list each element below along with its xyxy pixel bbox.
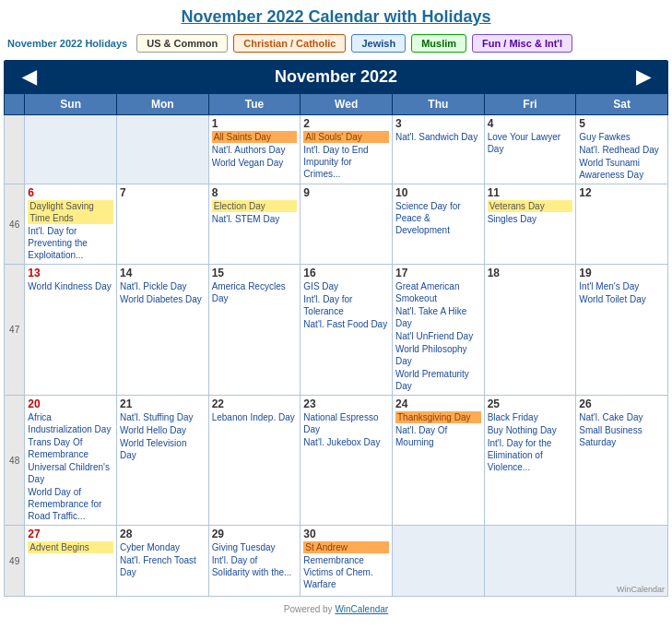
day-number: 9 [303,186,389,199]
day-number: 11 [488,186,573,199]
week-num [5,115,25,184]
week-num: 47 [5,265,25,396]
day-cell-empty3: WinCalendar [576,526,668,597]
day-cell-25: 25 Black Friday Buy Nothing Day Int'l. D… [484,396,576,526]
table-row: 48 20 Africa Industrialization Day Trans… [5,396,668,526]
day-cell-1: 1 All Saints Day Nat'l. Authors Day Worl… [208,115,301,184]
table-row: 49 27 Advent Begins 28 Cyber Monday Nat'… [5,526,668,597]
day-number: 8 [212,186,298,199]
event: Universal Children's Day [28,461,113,485]
day-cell-21: 21 Nat'l. Stuffing Day World Hello Day W… [117,396,209,526]
day-cell-14: 14 Nat'l. Pickle Day World Diabetes Day [117,265,209,396]
day-number: 21 [120,398,206,410]
day-cell-11: 11 Veterans Day Singles Day [484,184,576,265]
filter-jewish[interactable]: Jewish [351,34,406,53]
filter-christian-catholic[interactable]: Christian / Catholic [233,34,346,53]
event: Thanksgiving Day [395,411,481,423]
next-month-button[interactable]: ▶ [629,65,657,88]
event: Int'l. Day for Tolerance [303,293,389,317]
day-number: 22 [212,398,298,410]
event: Daylight Saving Time Ends [28,200,113,224]
event: World Prematurity Day [395,368,481,392]
day-number: 30 [303,528,389,540]
col-fri: Fri [484,94,576,115]
prev-month-button[interactable]: ◀ [15,65,43,88]
wincalendar-credit: WinCalendar [617,585,665,594]
event: Int'l. Day for the Elimination of Violen… [488,437,573,473]
event: Int'l. Day to End Impunity for Crimes... [303,144,389,180]
event: World Day of Remembrance for Road Traffi… [28,486,113,522]
col-tue: Tue [208,94,301,115]
day-cell-9: 9 [301,184,393,265]
event: Buy Nothing Day [488,424,573,436]
day-cell-8: 8 Election Day Nat'l. STEM Day [208,184,301,265]
col-mon: Mon [117,94,209,115]
day-cell-empty1 [392,526,484,597]
day-cell-3: 3 Nat'l. Sandwich Day [392,115,484,184]
event: World Hello Day [120,424,206,436]
event: World Tsunami Awareness Day [579,157,665,181]
day-cell-22: 22 Lebanon Indep. Day [208,396,301,526]
event: World Vegan Day [212,157,298,169]
event: World Toilet Day [579,293,665,305]
event: National Espresso Day [303,411,389,435]
day-number: 4 [488,117,573,130]
day-cell-28: 28 Cyber Monday Nat'l. French Toast Day [117,526,209,597]
day-cell-19: 19 Int'l Men's Day World Toilet Day [576,265,668,396]
day-cell-20: 20 Africa Industrialization Day Trans Da… [25,396,117,526]
event: Nat'l. Take A Hike Day [395,305,481,329]
day-number: 19 [579,267,665,279]
day-number: 5 [579,117,665,130]
day-cell-29: 29 Giving Tuesday Int'l. Day of Solidari… [208,526,301,597]
day-number: 3 [395,117,481,130]
event: World Kindness Day [28,280,113,292]
calendar-month-title: November 2022 [275,67,397,87]
event: World Philosophy Day [395,343,481,367]
filter-muslim[interactable]: Muslim [411,34,466,53]
day-cell-23: 23 National Espresso Day Nat'l. Jukebox … [301,396,393,526]
event: All Saints Day [212,131,298,143]
event: Giving Tuesday [212,541,298,553]
event: Nat'l. Sandwich Day [395,131,481,143]
day-cell-12: 12 [576,184,668,265]
filter-fun-misc[interactable]: Fun / Misc & Int'l [472,34,572,53]
event: Trans Day Of Remembrance [28,436,113,460]
event: Nat'l. Fast Food Day [303,318,389,330]
event: Nat'l. Pickle Day [120,280,206,292]
event: Black Friday [488,411,573,423]
filter-label: November 2022 Holidays [7,38,127,49]
day-cell-oct31 [117,115,209,184]
event: World Diabetes Day [120,293,206,305]
event: Nat'l UnFriend Day [395,330,481,342]
footer-link[interactable]: WinCalendar [335,604,388,614]
event: Science Day for Peace & Development [395,200,481,236]
day-number: 17 [395,267,481,279]
event: Veterans Day [488,200,573,212]
day-cell-24: 24 Thanksgiving Day Nat'l. Day Of Mourni… [392,396,484,526]
day-cell-6: 6 Daylight Saving Time Ends Int'l. Day f… [25,184,117,265]
event: Nat'l. Cake Day [579,411,665,423]
event: Int'l. Day for Preventing the Exploitati… [28,225,113,261]
day-number: 25 [488,398,573,410]
event: St Andrew [303,541,389,553]
day-number: 24 [395,398,481,410]
day-number: 26 [579,398,665,410]
day-cell-5: 5 Guy Fawkes Nat'l. Redhead Day World Ts… [576,115,668,184]
filter-us-common[interactable]: US & Common [136,34,228,53]
event: Cyber Monday [120,541,206,553]
day-number: 20 [28,398,113,410]
day-number: 13 [28,267,113,279]
event: Nat'l. Authors Day [212,144,298,156]
table-row: 1 All Saints Day Nat'l. Authors Day Worl… [5,115,668,184]
day-cell-15: 15 America Recycles Day [208,265,301,396]
day-cell-7: 7 [117,184,209,265]
event: Nat'l. Redhead Day [579,144,665,156]
event: Singles Day [488,213,573,225]
col-sat: Sat [576,94,668,115]
table-row: 46 6 Daylight Saving Time Ends Int'l. Da… [5,184,668,265]
day-number: 1 [212,117,298,130]
event: Lebanon Indep. Day [212,411,298,423]
day-cell-26: 26 Nat'l. Cake Day Small Business Saturd… [576,396,668,526]
day-number: 2 [303,117,389,130]
day-number: 6 [28,186,113,199]
